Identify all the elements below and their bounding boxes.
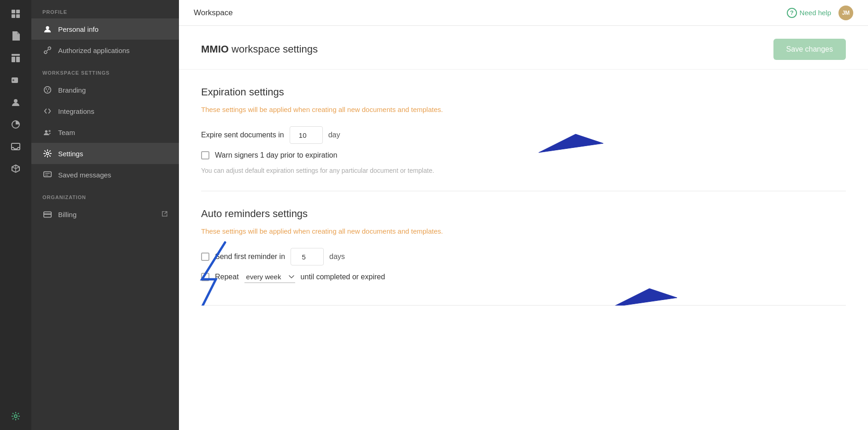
expire-field-row: Expire sent documents in day: [201, 126, 846, 144]
expiration-section: Expiration settings These settings will …: [201, 70, 846, 191]
repeat-checkbox[interactable]: [201, 273, 209, 281]
content-heading: MMIO workspace settings: [201, 43, 318, 55]
profile-section-label: PROFILE: [31, 0, 179, 18]
svg-rect-23: [44, 213, 51, 215]
workspace-settings-label: WORKSPACE SETTINGS: [31, 61, 179, 79]
send-first-value-input[interactable]: [291, 248, 324, 265]
svg-point-8: [12, 79, 14, 81]
cube-sidebar-icon[interactable]: [6, 159, 26, 179]
gear-icon: [42, 148, 53, 159]
warn-signers-checkbox[interactable]: [201, 151, 209, 159]
svg-rect-6: [16, 57, 20, 62]
content-area: MMIO workspace settings Save changes Exp…: [179, 26, 868, 430]
integrations-label: Integrations: [58, 107, 168, 115]
main-area: Workspace ? Need help JM MMIO workspace …: [179, 0, 868, 430]
brand-name: MMIO: [201, 43, 229, 55]
svg-point-13: [46, 26, 49, 29]
sidebar-item-saved-messages[interactable]: Saved messages: [31, 164, 179, 185]
label-sidebar-icon[interactable]: [6, 70, 26, 90]
person-icon: [42, 24, 53, 34]
external-link-icon: [161, 211, 168, 218]
team-label: Team: [58, 129, 168, 136]
code-icon: [42, 106, 53, 116]
svg-rect-0: [12, 10, 15, 13]
sidebar-item-authorized-applications[interactable]: Authorized applications: [31, 40, 179, 61]
help-icon: ?: [787, 8, 797, 18]
svg-rect-3: [16, 14, 20, 18]
svg-point-16: [48, 88, 49, 90]
svg-point-19: [48, 130, 51, 132]
expiration-section-title: Expiration settings: [201, 86, 846, 98]
palette-icon: [42, 85, 53, 95]
avatar: JM: [838, 6, 853, 20]
svg-point-18: [45, 130, 48, 133]
send-first-reminder-row: Send first reminder in days: [201, 248, 846, 265]
help-label: Need help: [800, 9, 831, 17]
repeat-row: Repeat every week every day every 3 days: [201, 271, 846, 283]
repeat-select[interactable]: every week every day every 3 days: [244, 271, 295, 283]
content-header: MMIO workspace settings Save changes: [179, 26, 868, 70]
send-first-reminder-checkbox[interactable]: [201, 253, 209, 261]
settings-label: Settings: [58, 150, 168, 158]
send-first-unit: days: [329, 253, 345, 261]
reminders-section: Auto reminders settings These settings w…: [201, 191, 846, 306]
svg-point-14: [44, 87, 51, 93]
expire-unit: day: [328, 131, 340, 139]
expire-value-input[interactable]: [290, 126, 323, 144]
warn-signers-row: Warn signers 1 day prior to expiration: [201, 151, 846, 159]
help-link[interactable]: ? Need help: [787, 8, 831, 18]
branding-label: Branding: [58, 86, 168, 94]
svg-rect-4: [12, 54, 20, 56]
svg-rect-1: [16, 10, 20, 13]
until-label: until completed or expired: [301, 273, 385, 281]
svg-point-9: [14, 99, 18, 103]
warn-signers-label: Warn signers 1 day prior to expiration: [215, 151, 337, 159]
template-sidebar-icon[interactable]: [6, 48, 26, 68]
sidebar-item-integrations[interactable]: Integrations: [31, 100, 179, 122]
sidebar-item-billing[interactable]: Billing: [31, 204, 179, 225]
personal-info-label: Personal info: [58, 25, 168, 33]
nav-sidebar: PROFILE Personal info Authorized applica…: [31, 0, 179, 430]
inbox-sidebar-icon[interactable]: [6, 136, 26, 157]
sidebar-item-team[interactable]: Team: [31, 122, 179, 143]
reminders-section-desc: These settings will be applied when crea…: [201, 227, 846, 235]
billing-label: Billing: [58, 211, 156, 218]
saved-messages-label: Saved messages: [58, 171, 168, 179]
svg-rect-2: [12, 14, 15, 18]
link-icon: [42, 45, 53, 55]
message-icon: [42, 170, 53, 180]
save-changes-button[interactable]: Save changes: [773, 39, 846, 60]
content-body: Expiration settings These settings will …: [179, 70, 868, 306]
svg-point-17: [47, 90, 48, 92]
expiration-note: You can adjust default expiration settin…: [201, 167, 846, 174]
sidebar-item-settings[interactable]: Settings: [31, 143, 179, 164]
chart-sidebar-icon[interactable]: [6, 114, 26, 135]
topbar: Workspace ? Need help JM: [179, 0, 868, 26]
grid-icon[interactable]: [6, 4, 26, 24]
billing-icon: [42, 209, 53, 219]
repeat-dropdown-wrapper: every week every day every 3 days: [244, 271, 295, 283]
svg-point-15: [46, 88, 47, 90]
svg-point-12: [14, 415, 17, 418]
heading-suffix: workspace settings: [229, 43, 318, 55]
topbar-right: ? Need help JM: [787, 6, 853, 20]
document-sidebar-icon[interactable]: [6, 26, 26, 46]
sidebar-item-personal-info[interactable]: Personal info: [31, 18, 179, 40]
authorized-applications-label: Authorized applications: [58, 47, 168, 54]
icon-sidebar: [0, 0, 31, 430]
svg-rect-5: [12, 57, 15, 62]
sidebar-item-branding[interactable]: Branding: [31, 79, 179, 100]
expiration-section-desc: These settings will be applied when crea…: [201, 106, 846, 113]
content-wrapper: MMIO workspace settings Save changes Exp…: [179, 26, 868, 306]
svg-rect-21: [44, 172, 51, 177]
reminders-section-title: Auto reminders settings: [201, 208, 846, 220]
send-first-label: Send first reminder in: [215, 253, 285, 261]
expire-label: Expire sent documents in: [201, 131, 284, 139]
topbar-title: Workspace: [194, 8, 233, 18]
organization-section-label: ORGANIZATION: [31, 185, 179, 204]
team-icon: [42, 127, 53, 137]
svg-point-20: [46, 152, 48, 154]
repeat-label: Repeat: [215, 273, 239, 281]
contacts-sidebar-icon[interactable]: [6, 92, 26, 112]
settings-sidebar-icon[interactable]: [6, 406, 26, 426]
